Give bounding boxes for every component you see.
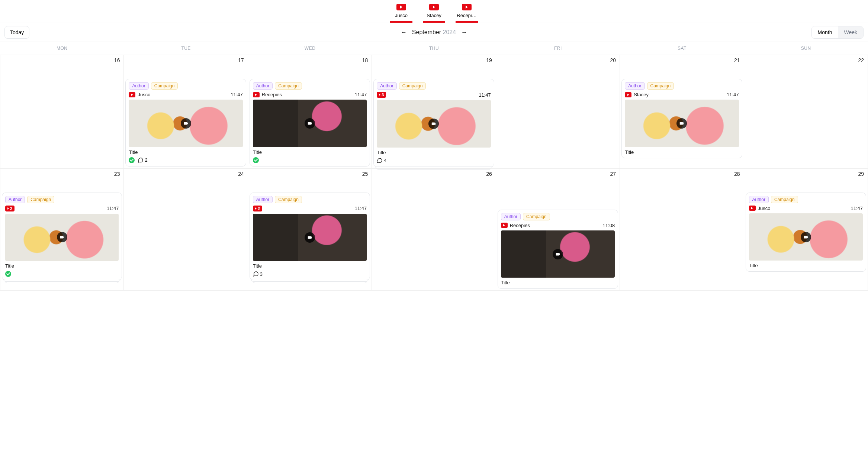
youtube-count-badge: 2 (5, 206, 15, 211)
channel-tabs: Jusco Stacey Recepi… (0, 0, 868, 23)
author-tag[interactable]: Author (749, 196, 769, 203)
calendar-cell[interactable]: 22 (744, 55, 868, 169)
dow-fri: FRI (496, 42, 620, 55)
day-of-week-header: MON TUE WED THU FRI SAT SUN (0, 42, 868, 55)
day-number: 25 (362, 171, 368, 177)
event-thumbnail[interactable] (5, 214, 119, 261)
calendar-cell[interactable]: 26 (372, 169, 496, 291)
week-view-button[interactable]: Week (838, 26, 863, 38)
event-channel: 3 (377, 92, 386, 98)
event-title: Title (749, 263, 863, 268)
calendar-cell[interactable]: 19AuthorCampaign311:47Title4 (372, 55, 496, 169)
event-footer: 3 (253, 271, 367, 277)
view-toggle: Month Week (811, 26, 864, 39)
check-icon (253, 157, 259, 163)
event-footer: 4 (377, 158, 491, 164)
campaign-tag[interactable]: Campaign (647, 82, 674, 90)
event-channel: Recepies (253, 92, 282, 97)
author-tag[interactable]: Author (5, 196, 25, 203)
event-card[interactable]: AuthorCampaignRecepies11:47Title (250, 79, 370, 167)
author-tag[interactable]: Author (129, 82, 148, 90)
comment-count[interactable]: 4 (377, 158, 386, 164)
campaign-tag[interactable]: Campaign (399, 82, 426, 90)
calendar-cell[interactable]: 21AuthorCampaignStacey11:47Title (620, 55, 744, 169)
calendar-cell[interactable]: 20 (496, 55, 620, 169)
channel-name: Recepies (262, 92, 282, 97)
channel-tab-jusco[interactable]: Jusco (390, 4, 412, 23)
day-number: 22 (858, 57, 864, 63)
event-title: Title (129, 149, 242, 155)
calendar-cell[interactable]: 25AuthorCampaign211:47Title3 (248, 169, 372, 291)
video-icon (428, 119, 439, 129)
video-icon (305, 118, 315, 129)
youtube-icon (429, 4, 439, 10)
month-view-button[interactable]: Month (812, 26, 838, 38)
month-label: September 2024 (412, 29, 456, 36)
campaign-tag[interactable]: Campaign (151, 82, 178, 90)
event-footer: 2 (129, 157, 242, 163)
author-tag[interactable]: Author (377, 82, 396, 90)
next-month-button[interactable]: → (461, 29, 467, 36)
dow-mon: MON (0, 42, 124, 55)
event-card[interactable]: AuthorCampaignJusco11:47Title (746, 193, 866, 272)
event-footer (5, 271, 119, 277)
event-title: Title (625, 149, 739, 155)
author-tag[interactable]: Author (501, 213, 521, 220)
event-footer (253, 157, 367, 163)
channel-name: Jusco (758, 206, 771, 211)
author-tag[interactable]: Author (253, 196, 273, 203)
event-thumbnail[interactable] (253, 214, 367, 261)
calendar-cell[interactable]: 28 (620, 169, 744, 291)
event-title: Title (5, 263, 119, 269)
event-card[interactable]: AuthorCampaign311:47Title4 (373, 79, 494, 167)
dow-sun: SUN (744, 42, 868, 55)
comment-count[interactable]: 3 (253, 271, 263, 277)
video-icon (181, 118, 191, 129)
event-time: 11:47 (727, 92, 739, 97)
event-channel: 2 (5, 206, 15, 211)
event-card[interactable]: AuthorCampaign211:47Title (2, 193, 122, 280)
event-title: Title (377, 150, 491, 155)
calendar-cell[interactable]: 24 (124, 169, 248, 291)
day-number: 17 (238, 57, 244, 63)
calendar-cell[interactable]: 23AuthorCampaign211:47Title (0, 169, 124, 291)
event-channel: Jusco (129, 92, 150, 97)
campaign-tag[interactable]: Campaign (523, 213, 550, 220)
calendar-cell[interactable]: 17AuthorCampaignJusco11:47Title2 (124, 55, 248, 169)
campaign-tag[interactable]: Campaign (275, 196, 302, 203)
channel-tab-recepies[interactable]: Recepi… (456, 4, 478, 23)
event-thumbnail[interactable] (253, 100, 367, 147)
campaign-tag[interactable]: Campaign (27, 196, 54, 203)
channel-label: Stacey (427, 13, 441, 18)
author-tag[interactable]: Author (253, 82, 273, 90)
event-thumbnail[interactable] (749, 213, 863, 261)
event-card[interactable]: AuthorCampaignRecepies11:08Title (498, 210, 618, 289)
calendar-cell[interactable]: 16 (0, 55, 124, 169)
calendar-cell[interactable]: 18AuthorCampaignRecepies11:47Title (248, 55, 372, 169)
calendar-cell[interactable]: 29AuthorCampaignJusco11:47Title (744, 169, 868, 291)
youtube-icon (129, 92, 135, 97)
month-nav: ← September 2024 → (401, 29, 467, 36)
event-card[interactable]: AuthorCampaign211:47Title3 (250, 193, 370, 281)
today-button[interactable]: Today (4, 26, 29, 39)
event-thumbnail[interactable] (625, 100, 739, 147)
youtube-icon (749, 206, 756, 211)
day-number: 29 (858, 171, 864, 177)
channel-tab-stacey[interactable]: Stacey (423, 4, 445, 23)
campaign-tag[interactable]: Campaign (771, 196, 798, 203)
calendar-cell[interactable]: 27AuthorCampaignRecepies11:08Title (496, 169, 620, 291)
event-title: Title (253, 149, 367, 155)
author-tag[interactable]: Author (625, 82, 644, 90)
channel-name: Stacey (634, 92, 649, 97)
event-card[interactable]: AuthorCampaignJusco11:47Title2 (125, 79, 246, 167)
campaign-tag[interactable]: Campaign (275, 82, 302, 90)
comment-count[interactable]: 2 (138, 157, 147, 163)
prev-month-button[interactable]: ← (401, 29, 407, 36)
event-thumbnail[interactable] (501, 230, 615, 278)
event-time: 11:47 (479, 92, 491, 98)
calendar-grid: 1617AuthorCampaignJusco11:47Title218Auth… (0, 55, 868, 291)
event-thumbnail[interactable] (129, 100, 242, 147)
event-thumbnail[interactable] (377, 100, 491, 148)
event-card[interactable]: AuthorCampaignStacey11:47Title (621, 79, 742, 158)
dow-wed: WED (248, 42, 372, 55)
